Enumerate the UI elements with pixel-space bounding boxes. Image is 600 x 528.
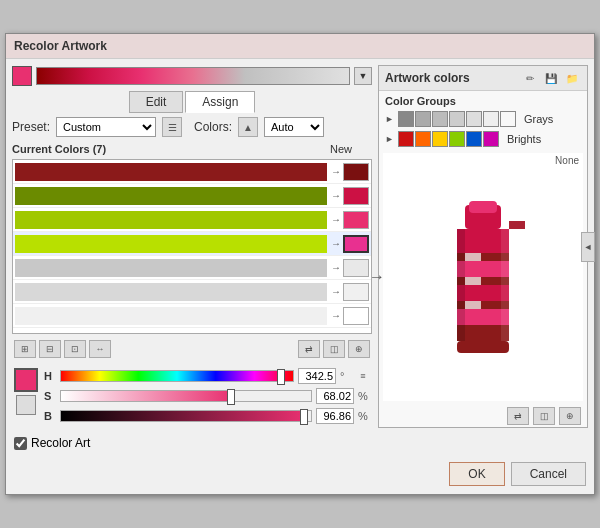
- artwork-preview: → None: [383, 153, 583, 401]
- current-color-2[interactable]: [15, 187, 327, 205]
- new-color-5[interactable]: [343, 259, 369, 277]
- bright-swatch-1[interactable]: [398, 131, 414, 147]
- gray-swatch-2[interactable]: [415, 111, 431, 127]
- cancel-button[interactable]: Cancel: [511, 462, 586, 486]
- bottom-toolbar: ⊞ ⊟ ⊡ ↔ ⇄ ◫ ⊕: [12, 338, 372, 360]
- main-color-swatch[interactable]: [12, 66, 32, 86]
- right-panel-collapse-btn[interactable]: ◄: [581, 232, 595, 262]
- sliders-col: H 342.5 ° ≡ S: [44, 368, 370, 424]
- arrow-btn-1[interactable]: →: [329, 165, 343, 179]
- hsb-swatch-col: [14, 368, 38, 415]
- h-slider-row: H 342.5 ° ≡: [44, 368, 370, 384]
- b-label: B: [44, 410, 56, 422]
- color-row-7: →: [13, 304, 371, 328]
- gradient-dropdown[interactable]: ▼: [354, 67, 372, 85]
- arrow-btn-5[interactable]: →: [329, 261, 343, 275]
- tab-assign[interactable]: Assign: [185, 91, 255, 113]
- arrow-btn-4[interactable]: →: [329, 237, 343, 251]
- arrow-btn-7[interactable]: →: [329, 309, 343, 323]
- current-color-5[interactable]: [15, 259, 327, 277]
- color-groups-label: Color Groups: [379, 91, 587, 109]
- current-color-1[interactable]: [15, 163, 327, 181]
- bright-swatch-5[interactable]: [466, 131, 482, 147]
- current-color-6[interactable]: [15, 283, 327, 301]
- pencil-icon-btn[interactable]: ✏: [521, 70, 539, 86]
- s-label: S: [44, 390, 56, 402]
- recolor-artwork-dialog: Recolor Artwork ▼ Edit Assign: [5, 33, 595, 495]
- tool-btn-4[interactable]: ↔: [89, 340, 111, 358]
- tool-btn-5[interactable]: ⇄: [298, 340, 320, 358]
- gray-swatch-1[interactable]: [398, 111, 414, 127]
- tool-btn-7[interactable]: ⊕: [348, 340, 370, 358]
- grays-expand-arrow[interactable]: ►: [385, 114, 394, 124]
- bright-swatch-3[interactable]: [432, 131, 448, 147]
- brights-expand-arrow[interactable]: ►: [385, 134, 394, 144]
- tool-btn-2[interactable]: ⊟: [39, 340, 61, 358]
- new-color-7[interactable]: [343, 307, 369, 325]
- color-row-1: →: [13, 160, 371, 184]
- current-color-7[interactable]: [15, 307, 327, 325]
- colors-stepper-up[interactable]: ▲: [238, 117, 258, 137]
- save-icon-btn[interactable]: 💾: [542, 70, 560, 86]
- recolor-art-checkbox[interactable]: [14, 437, 27, 450]
- h-options-btn[interactable]: ≡: [356, 369, 370, 383]
- new-color-6[interactable]: [343, 283, 369, 301]
- h-slider-track[interactable]: [60, 370, 294, 382]
- colors-select[interactable]: Auto: [264, 117, 324, 137]
- tab-edit[interactable]: Edit: [129, 91, 184, 113]
- b-slider-track[interactable]: [60, 410, 312, 422]
- b-slider-thumb[interactable]: [300, 409, 308, 425]
- h-slider-thumb[interactable]: [277, 369, 285, 385]
- preset-label: Preset:: [12, 120, 50, 134]
- svg-rect-12: [501, 229, 509, 341]
- preset-settings-btn[interactable]: ☰: [162, 117, 182, 137]
- color-row-6: →: [13, 280, 371, 304]
- tool-btn-3[interactable]: ⊡: [64, 340, 86, 358]
- arrow-btn-3[interactable]: →: [329, 213, 343, 227]
- bright-swatch-2[interactable]: [415, 131, 431, 147]
- new-color-4[interactable]: [343, 235, 369, 253]
- s-slider-thumb[interactable]: [227, 389, 235, 405]
- svg-rect-11: [457, 229, 465, 341]
- bright-swatch-6[interactable]: [483, 131, 499, 147]
- h-value-input[interactable]: 342.5: [298, 368, 336, 384]
- s-slider-track[interactable]: [60, 390, 312, 402]
- h-unit: °: [340, 370, 352, 382]
- new-color-3[interactable]: [343, 211, 369, 229]
- rp-tool-2[interactable]: ◫: [533, 407, 555, 425]
- s-value-input[interactable]: 68.02: [316, 388, 354, 404]
- color-bar-strip: ▼: [12, 65, 372, 87]
- hsb-secondary-swatch[interactable]: [16, 395, 36, 415]
- gray-swatch-3[interactable]: [432, 111, 448, 127]
- current-color-4[interactable]: [15, 235, 327, 253]
- gray-swatch-7[interactable]: [500, 111, 516, 127]
- folder-icon-btn[interactable]: 📁: [563, 70, 581, 86]
- new-color-2[interactable]: [343, 187, 369, 205]
- ok-button[interactable]: OK: [449, 462, 504, 486]
- tool-btn-1[interactable]: ⊞: [14, 340, 36, 358]
- b-value-input[interactable]: 96.86: [316, 408, 354, 424]
- tool-btn-6[interactable]: ◫: [323, 340, 345, 358]
- current-color-3[interactable]: [15, 211, 327, 229]
- gradient-bar: [36, 67, 350, 85]
- brights-group-row: ► Brights: [379, 129, 587, 149]
- none-label: None: [555, 155, 579, 166]
- gray-swatch-6[interactable]: [483, 111, 499, 127]
- arrow-btn-6[interactable]: →: [329, 285, 343, 299]
- current-colors-title: Current Colors (7): [12, 143, 106, 155]
- rp-tool-3[interactable]: ⊕: [559, 407, 581, 425]
- dropdown-icon: ▼: [359, 71, 368, 81]
- b-slider-row: B 96.86 %: [44, 408, 370, 424]
- gray-swatch-5[interactable]: [466, 111, 482, 127]
- hsb-main-swatch[interactable]: [14, 368, 38, 392]
- preset-select[interactable]: Custom: [56, 117, 156, 137]
- color-rows-container[interactable]: → → →: [12, 159, 372, 334]
- grays-group-row: ► Grays: [379, 109, 587, 129]
- right-panel-header: Artwork colors ✏ 💾 📁: [379, 66, 587, 91]
- gray-swatch-4[interactable]: [449, 111, 465, 127]
- grays-group-name: Grays: [524, 113, 553, 125]
- arrow-btn-2[interactable]: →: [329, 189, 343, 203]
- bright-swatch-4[interactable]: [449, 131, 465, 147]
- new-color-1[interactable]: [343, 163, 369, 181]
- rp-tool-1[interactable]: ⇄: [507, 407, 529, 425]
